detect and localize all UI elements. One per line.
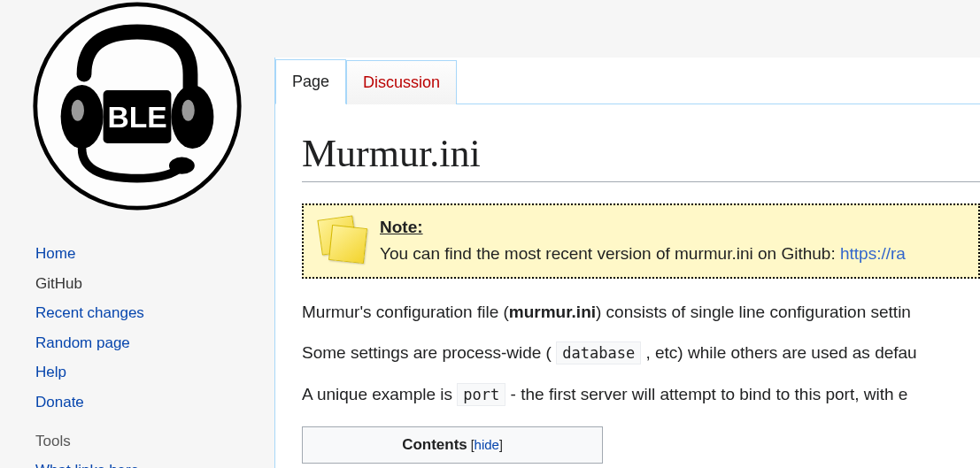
note-link[interactable]: https://ra bbox=[840, 244, 906, 263]
content-body: Murmur.ini Note: You can find the most r… bbox=[275, 104, 980, 464]
content-area: Page Discussion Murmur.ini Note: You can… bbox=[274, 58, 980, 468]
toc-toggle-wrap: [hide] bbox=[471, 438, 503, 452]
sidebar: BLE Home GitHub Recent changes Random pa… bbox=[0, 0, 274, 468]
sticky-note-icon bbox=[316, 214, 366, 264]
svg-point-7 bbox=[169, 157, 195, 174]
page-title: Murmur.ini bbox=[302, 131, 980, 182]
note-text: Note: You can find the most recent versi… bbox=[380, 214, 906, 268]
nav-item-random-page[interactable]: Random page bbox=[35, 328, 274, 358]
paragraph-1: Murmur's configuration file (murmur.ini)… bbox=[302, 300, 980, 326]
nav-item-help[interactable]: Help bbox=[35, 357, 274, 387]
toc-toggle[interactable]: hide bbox=[475, 437, 499, 452]
code-database: database bbox=[556, 341, 641, 364]
tools-list: What links here bbox=[0, 456, 274, 468]
tools-heading: Tools bbox=[0, 417, 274, 456]
note-box: Note: You can find the most recent versi… bbox=[302, 203, 980, 279]
nav-item-recent-changes[interactable]: Recent changes bbox=[35, 298, 274, 328]
toc-box: Contents [hide] bbox=[302, 426, 603, 464]
paragraph-3: A unique example is port - the first ser… bbox=[302, 382, 980, 408]
mumble-logo[interactable]: BLE bbox=[31, 0, 243, 212]
page-tabs: Page Discussion bbox=[275, 58, 980, 104]
svg-point-4 bbox=[181, 100, 194, 121]
nav-item-home[interactable]: Home bbox=[35, 239, 274, 269]
nav-item-github[interactable]: GitHub bbox=[35, 269, 274, 299]
tools-item-what-links-here[interactable]: What links here bbox=[35, 456, 274, 468]
note-body: You can find the most recent version of … bbox=[380, 244, 840, 263]
nav-list: Home GitHub Recent changes Random page H… bbox=[0, 239, 274, 417]
note-label: Note: bbox=[380, 218, 423, 236]
svg-text:BLE: BLE bbox=[107, 101, 166, 134]
toc-title: Contents bbox=[402, 436, 467, 453]
tab-page[interactable]: Page bbox=[275, 59, 346, 104]
svg-point-3 bbox=[72, 100, 84, 121]
nav-item-donate[interactable]: Donate bbox=[35, 387, 274, 418]
tab-discussion[interactable]: Discussion bbox=[346, 60, 457, 104]
code-port: port bbox=[457, 383, 505, 406]
paragraph-2: Some settings are process-wide ( databas… bbox=[302, 341, 980, 366]
